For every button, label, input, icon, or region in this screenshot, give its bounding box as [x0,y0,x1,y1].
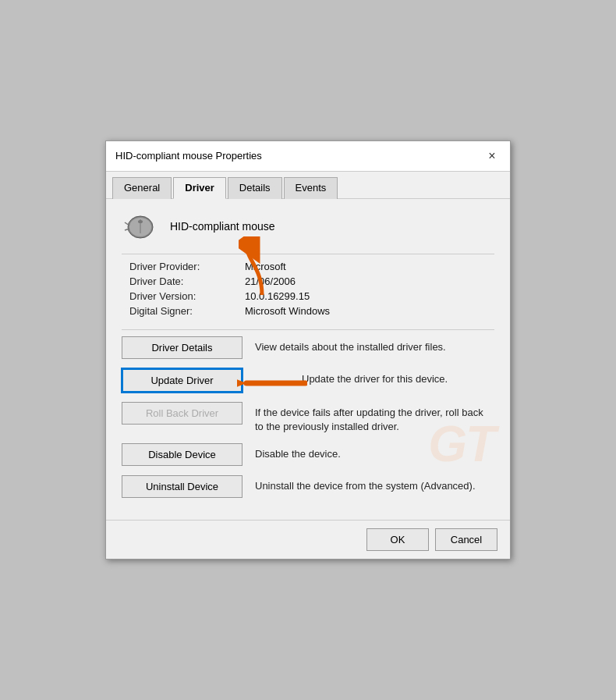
tab-content: GT [106,199,510,520]
uninstall-device-desc: Uninstall the device from the system (Ad… [255,475,476,493]
driver-details-button[interactable]: Driver Details [122,336,243,359]
update-driver-desc: Update the driver for this device. [255,368,448,386]
info-label-0: Driver Provider: [129,261,239,272]
driver-info-grid: Driver Provider: Microsoft Driver Date: … [122,261,494,317]
action-row-rollback: Roll Back Driver If the device fails aft… [122,402,494,434]
properties-dialog: HID-compliant mouse Properties × General… [105,140,511,560]
divider-2 [122,329,494,330]
dialog-footer: OK Cancel [106,520,510,559]
action-row-driver-details: Driver Details View details about the in… [122,336,494,359]
tab-events[interactable]: Events [284,177,338,199]
dialog-title: HID-compliant mouse Properties [115,150,262,162]
divider-1 [122,254,494,254]
tab-driver[interactable]: Driver [173,177,226,199]
tab-strip: General Driver Details Events [106,172,510,199]
info-label-1: Driver Date: [129,275,239,287]
device-name: HID-compliant mouse [170,220,275,233]
rollback-driver-button[interactable]: Roll Back Driver [122,402,243,425]
tab-general[interactable]: General [112,177,172,199]
info-value-0: Microsoft [245,261,494,272]
close-button[interactable]: × [483,147,501,165]
info-value-1: 21/06/2006 [245,275,494,287]
info-label-3: Digital Signer: [129,305,239,317]
uninstall-device-button[interactable]: Uninstall Device [122,475,243,498]
action-row-disable: Disable Device Disable the device. [122,443,494,466]
disable-device-button[interactable]: Disable Device [122,443,243,466]
device-header: HID-compliant mouse [122,211,494,241]
action-row-update-driver: Update Driver Update the driver for this… [122,368,494,393]
update-driver-button[interactable]: Update Driver [122,368,243,393]
title-bar: HID-compliant mouse Properties × [106,141,510,172]
driver-details-desc: View details about the installed driver … [255,336,446,354]
info-value-3: Microsoft Windows [245,305,494,317]
cancel-button[interactable]: Cancel [435,528,497,551]
info-label-2: Driver Version: [129,290,239,302]
svg-point-4 [138,220,143,223]
disable-device-desc: Disable the device. [255,443,341,461]
action-row-uninstall: Uninstall Device Uninstall the device fr… [122,475,494,498]
tab-details[interactable]: Details [228,177,282,199]
info-value-2: 10.0.16299.15 [245,290,494,302]
ok-button[interactable]: OK [366,528,429,551]
device-icon [122,211,161,241]
rollback-driver-desc: If the device fails after updating the d… [255,402,494,434]
